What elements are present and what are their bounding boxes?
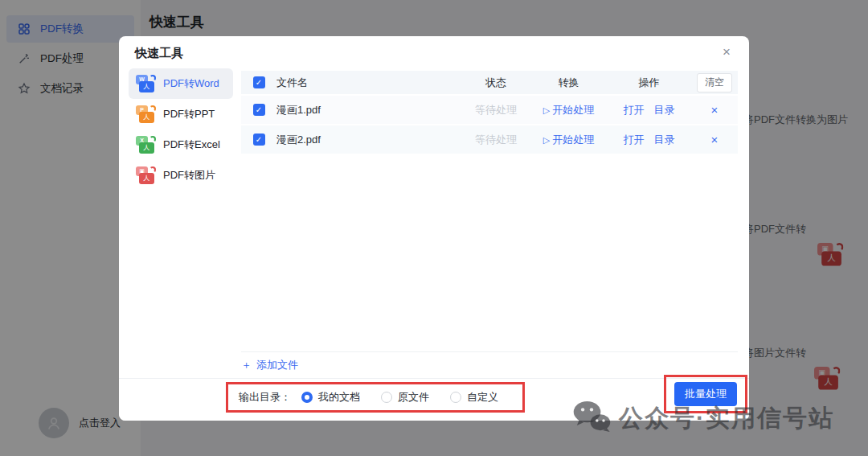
watermark: 公众号·实用信号站 [572,401,834,436]
tool-item-label: PDF转Excel [163,138,220,152]
table-header-row: ✓ 文件名 状态 转换 操作 清空 [241,71,738,94]
row-checkbox[interactable]: ✓ [253,134,265,146]
plus-icon: ＋ [241,358,252,372]
icon-pdf-glyph: 人 [139,81,154,92]
open-directory-link[interactable]: 目录 [654,103,675,117]
radio-custom[interactable]: 自定义 [450,390,498,405]
column-header-filename: 文件名 [276,76,461,90]
convert-arrow-icon [149,136,156,142]
pdf-to-image-icon: ▣ 人 [136,166,156,185]
status-cell: 等待处理 [461,103,530,117]
open-file-link[interactable]: 打开 [624,133,645,147]
filename-cell: 漫画1.pdf [276,103,461,117]
icon-pdf-glyph: 人 [139,173,154,184]
pdf-to-ppt-icon: P 人 [136,105,156,124]
tool-item-label: PDF转图片 [163,168,215,183]
status-cell: 等待处理 [461,133,530,147]
wechat-icon [572,401,611,436]
convert-arrow-icon [149,105,156,112]
icon-pdf-glyph: 人 [139,112,154,123]
radio-unselected-icon [450,392,461,403]
radio-unselected-icon [381,392,392,403]
open-file-link[interactable]: 打开 [624,103,645,117]
radio-source-folder[interactable]: 原文件 [381,390,429,405]
table-row: ✓ 漫画2.pdf 等待处理 ▷开始处理 打开 目录 × [241,124,738,154]
column-header-operations: 操作 [607,76,691,90]
icon-pdf-glyph: 人 [139,142,154,154]
remove-row-icon[interactable]: × [711,103,719,117]
table-row: ✓ 漫画1.pdf 等待处理 ▷开始处理 打开 目录 × [241,94,738,124]
convert-arrow-icon [149,166,156,173]
tool-item-pdf-to-ppt[interactable]: P 人 PDF转PPT [129,99,233,129]
row-checkbox[interactable]: ✓ [253,104,265,116]
column-header-status: 状态 [461,76,530,90]
tool-item-pdf-to-excel[interactable]: X 人 PDF转Excel [129,129,233,160]
column-header-convert: 转换 [530,76,607,90]
open-directory-link[interactable]: 目录 [654,133,675,147]
convert-arrow-icon [149,75,156,81]
close-icon[interactable]: × [717,43,736,62]
watermark-text: 公众号·实用信号站 [619,402,834,435]
tool-item-label: PDF转Word [163,76,219,91]
tool-item-pdf-to-word[interactable]: W 人 PDF转Word [129,68,233,99]
tool-item-label: PDF转PPT [163,107,215,121]
conversion-tool-list: W 人 PDF转Word P 人 PDF转PPT X 人 PDF转Excel [129,68,233,191]
file-table: ✓ 文件名 状态 转换 操作 清空 ✓ 漫画1.pdf 等待处理 ▷开始处理 打… [241,71,738,154]
dialog-title: 快速工具 [135,46,183,61]
add-files-link[interactable]: ＋ 添加文件 [241,358,298,372]
select-all-checkbox[interactable]: ✓ [253,76,265,88]
tool-item-pdf-to-image[interactable]: ▣ 人 PDF转图片 [129,160,233,191]
start-convert-link[interactable]: ▷开始处理 [543,134,594,146]
filename-cell: 漫画2.pdf [276,133,461,147]
play-icon: ▷ [543,135,550,145]
remove-row-icon[interactable]: × [711,133,719,146]
annotation-box-output-directory: 输出目录： 我的文档 原文件 自定义 [226,382,525,413]
output-directory-label: 输出目录： [239,390,291,405]
radio-my-documents[interactable]: 我的文档 [301,390,360,405]
start-convert-link[interactable]: ▷开始处理 [543,104,594,116]
quick-tools-dialog: 快速工具 × W 人 PDF转Word P 人 PDF转PPT X 人 [119,36,749,421]
pdf-to-excel-icon: X 人 [136,136,156,154]
pdf-to-word-icon: W 人 [136,75,156,93]
clear-all-button[interactable]: 清空 [697,73,732,92]
radio-selected-icon [301,392,313,403]
play-icon: ▷ [543,105,550,115]
